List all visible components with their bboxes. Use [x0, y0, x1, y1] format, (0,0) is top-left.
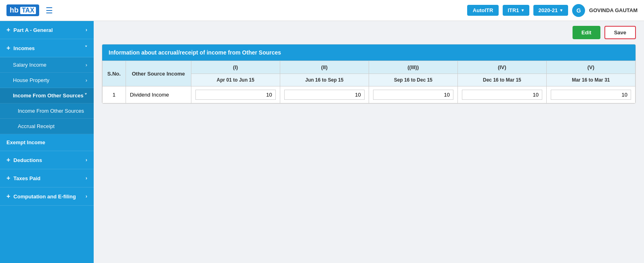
col5-input[interactable]	[551, 90, 631, 100]
navbar: hb TAX ☰ AutoITR ITR1 ▼ 2020-21 ▼ G GOVI…	[0, 0, 644, 21]
col4-roman-header: (IV)	[457, 61, 546, 74]
col4-period-header: Dec 16 to Mar 15	[457, 74, 546, 86]
autonitr-button[interactable]: AutoITR	[467, 5, 499, 16]
sidebar-item-salary-income[interactable]: Salary Income ›	[0, 57, 94, 73]
chevron-right-icon-salary: ›	[86, 62, 87, 68]
sidebar-label-income-other-sub: Income From Other Sources	[18, 108, 84, 114]
chevron-right-icon-house: ›	[86, 77, 87, 83]
logo: hb TAX	[6, 4, 39, 16]
plus-icon-deductions: +	[6, 156, 10, 164]
plus-icon-incomes: +	[6, 44, 10, 52]
itr1-arrow-icon: ▼	[521, 8, 525, 13]
sidebar-item-deductions[interactable]: + Deductions ›	[0, 151, 94, 169]
col5-roman-header: (V)	[546, 61, 635, 74]
sidebar-item-accrual-receipt[interactable]: Accrual Receipt	[0, 119, 94, 134]
sidebar-label-exempt-income: Exempt Income	[6, 139, 45, 145]
sidebar-label-income-other: Income From Other Sources	[13, 93, 84, 99]
plus-icon-computation: +	[6, 193, 10, 200]
col3-input[interactable]	[373, 90, 453, 100]
table-header: Information about accrual/receipt of inc…	[102, 44, 636, 61]
row-sno: 1	[103, 86, 126, 103]
content: Edit Save Information about accrual/rece…	[94, 21, 644, 263]
year-arrow-icon: ▼	[559, 8, 563, 13]
sidebar-item-house-property[interactable]: House Property ›	[0, 73, 94, 88]
hamburger-icon[interactable]: ☰	[46, 6, 53, 15]
table-row: 1 Dividend Income	[103, 86, 636, 103]
row-col2	[280, 86, 369, 103]
data-table: S.No. Other Source Income (I) (II) ((III…	[102, 61, 636, 103]
chevron-right-icon-taxes: ›	[86, 175, 87, 181]
row-col3	[369, 86, 457, 103]
col3-roman-header: ((III))	[369, 61, 457, 74]
col5-period-header: Mar 16 to Mar 31	[546, 74, 635, 86]
col1-period-header: Apr 01 to Jun 15	[191, 74, 280, 86]
sidebar-label-computation: Computation and E-filing	[13, 194, 76, 200]
table-card: Information about accrual/receipt of inc…	[102, 44, 636, 104]
year-dropdown[interactable]: 2020-21 ▼	[533, 5, 568, 16]
chevron-right-icon-computation: ›	[86, 194, 87, 199]
col-other-source-header: Other Source Income	[126, 61, 191, 86]
col1-input[interactable]	[195, 90, 276, 100]
sidebar-item-income-from-other-sources[interactable]: Income From Other Sources ˅	[0, 88, 94, 103]
sidebar-item-exempt-income[interactable]: Exempt Income	[0, 134, 94, 151]
sidebar-item-part-a-general[interactable]: + Part A - General ›	[0, 21, 94, 39]
sidebar-label-accrual-receipt: Accrual Receipt	[18, 123, 55, 129]
logo-tax: TAX	[20, 7, 36, 14]
sidebar-item-income-other-sub[interactable]: Income From Other Sources	[0, 103, 94, 119]
sidebar: + Part A - General › + Incomes ˅ Salary …	[0, 21, 94, 263]
sidebar-label-house-property: House Property	[13, 77, 49, 83]
sidebar-item-taxes-paid[interactable]: + Taxes Paid ›	[0, 169, 94, 187]
navbar-right: AutoITR ITR1 ▼ 2020-21 ▼ G GOVINDA GAUTA…	[467, 4, 638, 17]
sidebar-label-salary-income: Salary Income	[13, 62, 46, 68]
year-label: 2020-21	[538, 7, 558, 13]
main-layout: + Part A - General › + Incomes ˅ Salary …	[0, 21, 644, 263]
avatar: G	[572, 4, 585, 17]
itr1-dropdown[interactable]: ITR1 ▼	[503, 5, 529, 16]
col2-roman-header: (II)	[280, 61, 369, 74]
chevron-down-icon-incomes: ˅	[85, 45, 87, 51]
col4-input[interactable]	[462, 90, 542, 100]
logo-hb: hb	[10, 6, 19, 15]
itr1-label: ITR1	[508, 7, 519, 13]
edit-button[interactable]: Edit	[573, 26, 600, 39]
row-col1	[191, 86, 280, 103]
col2-period-header: Jun 16 to Sep 15	[280, 74, 369, 86]
chevron-down-icon-other: ˅	[84, 93, 87, 99]
navbar-left: hb TAX ☰	[6, 4, 53, 16]
row-label: Dividend Income	[126, 86, 191, 103]
sidebar-label-part-a-general: Part A - General	[13, 27, 52, 33]
col3-period-header: Sep 16 to Dec 15	[369, 74, 457, 86]
plus-icon: +	[6, 26, 10, 34]
col1-roman-header: (I)	[191, 61, 280, 74]
sidebar-label-taxes-paid: Taxes Paid	[13, 175, 40, 181]
row-col4	[457, 86, 546, 103]
chevron-right-icon: ›	[86, 27, 87, 33]
save-button[interactable]: Save	[604, 26, 636, 39]
plus-icon-taxes: +	[6, 175, 10, 182]
user-name: GOVINDA GAUTAM	[589, 7, 638, 13]
sidebar-item-computation[interactable]: + Computation and E-filing ›	[0, 187, 94, 206]
sidebar-label-incomes: Incomes	[13, 45, 35, 51]
chevron-right-icon-deductions: ›	[86, 157, 87, 163]
row-col5	[546, 86, 635, 103]
col2-input[interactable]	[284, 90, 365, 100]
toolbar: Edit Save	[102, 26, 636, 39]
sidebar-label-deductions: Deductions	[13, 157, 42, 163]
sidebar-item-incomes[interactable]: + Incomes ˅	[0, 39, 94, 57]
col-sno-header: S.No.	[103, 61, 126, 86]
